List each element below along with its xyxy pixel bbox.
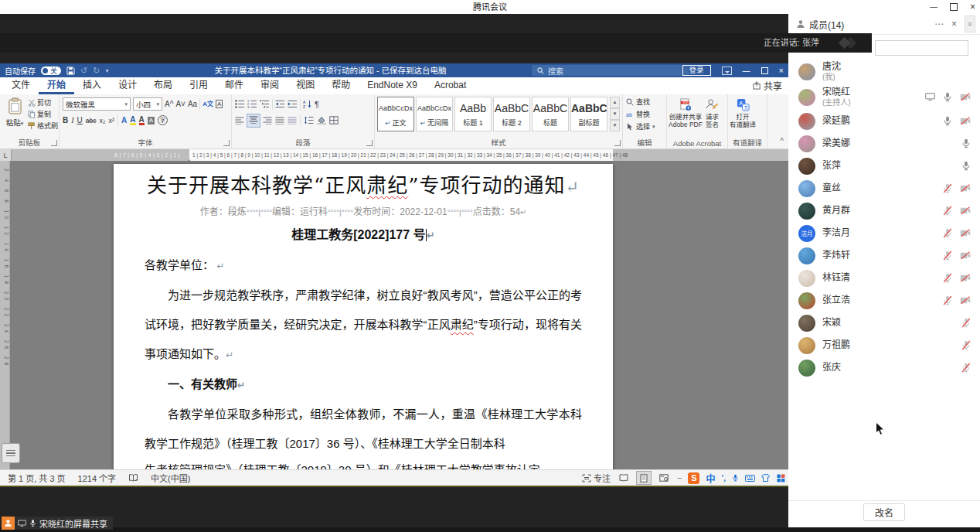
bold-icon[interactable]: B bbox=[63, 116, 68, 125]
rename-button[interactable]: 改名 bbox=[863, 503, 905, 521]
tab-帮助[interactable]: 帮助 bbox=[323, 77, 359, 94]
mic-icon[interactable] bbox=[943, 273, 952, 283]
paragraph-title[interactable]: 关于开展本科教学“正风肃纪”专项行动的通知↵ bbox=[145, 173, 582, 200]
tab-邮件[interactable]: 邮件 bbox=[216, 77, 252, 94]
ime-toolbox-icon[interactable] bbox=[777, 474, 785, 483]
camera-off-icon[interactable] bbox=[960, 296, 971, 305]
align-center-icon[interactable] bbox=[249, 116, 258, 124]
numbered-list-icon[interactable]: 123 bbox=[247, 100, 257, 108]
font-size-select[interactable]: 小四▾ bbox=[133, 97, 162, 111]
paragraph-body-clipped[interactable]: 生考核管理规定》（桂理工教〔2019〕30 号）和《桂林理工大学教学事故认定 bbox=[145, 462, 582, 469]
camera-off-icon[interactable] bbox=[960, 251, 971, 260]
font-dialog-launcher-icon[interactable] bbox=[223, 140, 230, 146]
minimize-button[interactable]: — bbox=[930, 0, 937, 14]
redo-icon[interactable]: ↻ bbox=[93, 66, 100, 76]
tab-引用[interactable]: 引用 bbox=[181, 77, 216, 94]
camera-off-icon[interactable] bbox=[960, 274, 971, 282]
member-row-张庆[interactable]: 张庆 bbox=[788, 356, 980, 379]
phonetic-guide-icon[interactable]: A文 bbox=[202, 100, 213, 109]
paste-button[interactable]: 粘贴▾ bbox=[3, 97, 26, 128]
align-right-icon[interactable] bbox=[263, 117, 272, 124]
bullet-list-icon[interactable] bbox=[235, 100, 245, 108]
member-row-宋晓红[interactable]: 宋晓红 (主持人) bbox=[788, 84, 980, 110]
print-layout-button[interactable] bbox=[637, 472, 651, 484]
replace-button[interactable]: ab替换 bbox=[626, 109, 655, 119]
web-layout-button[interactable] bbox=[657, 472, 671, 484]
camera-off-icon[interactable] bbox=[960, 184, 971, 193]
ime-keyboard-icon[interactable] bbox=[745, 475, 755, 482]
tab-设计[interactable]: 设计 bbox=[110, 77, 145, 94]
collapse-ribbon-icon[interactable]: ^ bbox=[780, 137, 784, 145]
ime-mode-indicator[interactable]: 中 bbox=[706, 472, 715, 485]
font-color-icon[interactable]: A bbox=[139, 116, 145, 125]
tab-文件[interactable]: 文件 bbox=[3, 77, 39, 94]
mic-icon[interactable] bbox=[943, 228, 952, 238]
mic-icon[interactable] bbox=[943, 92, 952, 102]
member-row-李洁月[interactable]: 洁月 李洁月 bbox=[788, 222, 980, 244]
clipboard-dialog-launcher-icon[interactable] bbox=[51, 140, 57, 146]
login-button[interactable]: 登录 bbox=[682, 65, 711, 76]
mic-icon[interactable] bbox=[943, 251, 952, 261]
member-row-童丝[interactable]: 童丝 bbox=[788, 177, 980, 200]
paragraph-salutation[interactable]: 各教学单位： ↵ bbox=[145, 251, 582, 281]
style-无间隔[interactable]: AaBbCcDx↵ 无间隔 bbox=[416, 97, 453, 131]
tab-布局[interactable]: 布局 bbox=[145, 77, 181, 94]
quick-access-caret-icon[interactable]: ▾ bbox=[105, 67, 108, 74]
maximize-button[interactable] bbox=[950, 3, 958, 11]
italic-icon[interactable]: I bbox=[71, 116, 73, 125]
word-restore-button[interactable] bbox=[761, 67, 768, 74]
format-painter-button[interactable]: 格式刷 bbox=[28, 121, 58, 131]
style-正文[interactable]: AaBbCcDx↵ 正文 bbox=[377, 97, 414, 131]
tab-EndNote X9[interactable]: EndNote X9 bbox=[359, 77, 426, 94]
tab-审阅[interactable]: 审阅 bbox=[252, 77, 288, 94]
style-副标题[interactable]: AaBbC副标题 bbox=[570, 97, 607, 131]
member-row-黄月群[interactable]: 黄月群 bbox=[788, 200, 980, 222]
page-indicator[interactable]: 第 1 页, 共 3 页 bbox=[8, 472, 66, 484]
member-row-张萍[interactable]: 张萍 bbox=[788, 155, 980, 177]
character-shading-icon[interactable]: A bbox=[148, 117, 155, 124]
line-spacing-icon[interactable] bbox=[304, 116, 314, 124]
ime-punctuation-icon[interactable]: ’, bbox=[721, 474, 726, 483]
shading-icon[interactable] bbox=[317, 116, 326, 124]
increase-indent-icon[interactable] bbox=[288, 100, 298, 108]
youdao-translate-button[interactable]: A文 打开有道翻译 bbox=[730, 98, 756, 128]
change-case-icon[interactable]: Aa bbox=[188, 100, 197, 109]
share-status-badge[interactable]: 宋晓红的屏幕共享 bbox=[2, 517, 113, 530]
zoom-out-icon[interactable]: − bbox=[677, 473, 682, 483]
mic-icon[interactable] bbox=[961, 363, 971, 373]
shrink-font-icon[interactable]: A˅ bbox=[175, 100, 185, 109]
nav-widget[interactable] bbox=[2, 443, 20, 463]
enclose-characters-icon[interactable]: 字 bbox=[158, 115, 168, 125]
vertical-ruler[interactable]: 2 4 6 8 10 12 14 16 18 20 22 24 26 28 bbox=[0, 161, 10, 469]
proofing-icon[interactable] bbox=[128, 473, 138, 483]
cut-button[interactable]: 剪切 bbox=[28, 97, 58, 107]
member-search-input[interactable] bbox=[875, 40, 968, 56]
mic-icon[interactable] bbox=[943, 116, 952, 126]
subscript-icon[interactable]: x₂ bbox=[100, 116, 106, 125]
member-row-李炜轩[interactable]: 李炜轩 bbox=[788, 244, 980, 267]
sogou-ime-icon[interactable]: S bbox=[688, 472, 699, 484]
sort-icon[interactable]: AZ bbox=[303, 100, 312, 108]
tab-视图[interactable]: 视图 bbox=[288, 77, 323, 94]
paragraph-dialog-launcher-icon[interactable] bbox=[366, 140, 373, 146]
superscript-icon[interactable]: x² bbox=[109, 116, 115, 125]
camera-off-icon[interactable] bbox=[960, 206, 971, 215]
member-row-张立浩[interactable]: 张立浩 bbox=[788, 289, 980, 312]
strikethrough-icon[interactable]: abc bbox=[86, 116, 97, 125]
style-scroll-up-icon[interactable]: ▲ bbox=[610, 97, 620, 108]
horizontal-ruler[interactable]: L 8 | 7 | 6 | 5 | 4 | 3 | 2 | 1 | 1 | 2 … bbox=[0, 149, 788, 162]
find-button[interactable]: 查找 bbox=[626, 97, 655, 107]
decrease-indent-icon[interactable] bbox=[275, 100, 285, 108]
tab-selector[interactable]: L bbox=[0, 149, 12, 162]
member-row-林钰清[interactable]: 林钰清 bbox=[788, 267, 980, 289]
font-name-select[interactable]: 微软雅黑▾ bbox=[63, 97, 131, 111]
text-effects-icon[interactable]: A bbox=[121, 116, 127, 125]
ime-voice-icon[interactable] bbox=[732, 473, 739, 483]
camera-off-icon[interactable] bbox=[960, 117, 971, 125]
tab-开始[interactable]: 开始 bbox=[39, 77, 74, 94]
paragraph-body[interactable]: 为进一步规范教学秩序，严肃教学纪律，树立良好“教风考风”，营造公平公正的考试环境… bbox=[145, 281, 582, 370]
paragraph-docnum[interactable]: 桂理工教务[2022]177 号↵ bbox=[145, 227, 582, 244]
highlight-color-icon[interactable]: A bbox=[130, 116, 135, 125]
character-border-icon[interactable]: A bbox=[216, 100, 223, 108]
style-gallery-more-icon[interactable]: ▼ bbox=[610, 120, 620, 131]
